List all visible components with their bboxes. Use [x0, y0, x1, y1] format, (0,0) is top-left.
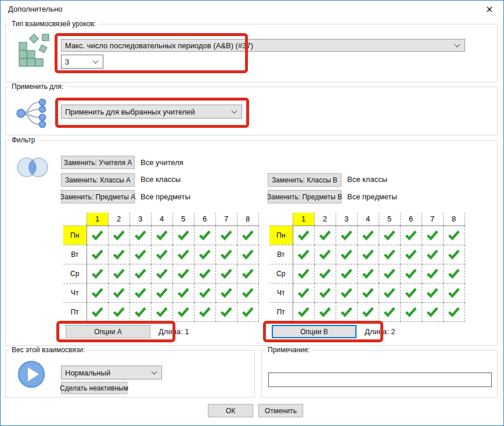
grid-col-header[interactable]: 8 [443, 213, 465, 225]
grid-col-header[interactable]: 6 [400, 213, 422, 225]
replace-classes-b-button[interactable]: Заменить: Классы B [268, 173, 341, 187]
grid-cell[interactable] [400, 225, 422, 245]
grid-cell[interactable] [215, 225, 237, 245]
grid-cell[interactable] [293, 302, 314, 321]
grid-cell[interactable] [422, 264, 443, 283]
grid-cell[interactable] [129, 283, 151, 302]
grid-cell[interactable] [293, 245, 314, 264]
grid-cell[interactable] [357, 245, 379, 264]
grid-cell[interactable] [400, 245, 422, 264]
grid-row-header[interactable]: Пт [63, 302, 87, 321]
grid-cell[interactable] [357, 302, 379, 321]
grid-cell[interactable] [194, 302, 215, 321]
grid-cell[interactable] [87, 302, 108, 321]
grid-cell[interactable] [443, 283, 465, 302]
grid-cell[interactable] [194, 264, 215, 283]
close-icon[interactable]: ✕ [483, 3, 496, 16]
grid-cell[interactable] [422, 302, 443, 321]
grid-cell[interactable] [151, 225, 172, 245]
grid-cell[interactable] [87, 225, 108, 245]
grid-cell[interactable] [336, 264, 357, 283]
grid-col-header[interactable]: 2 [314, 213, 336, 225]
grid-cell[interactable] [357, 264, 379, 283]
grid-row-header[interactable]: Пн [63, 225, 87, 245]
grid-col-header[interactable]: 1 [293, 213, 314, 225]
grid-cell[interactable] [151, 245, 172, 264]
grid-cell[interactable] [237, 302, 258, 321]
grid-row-header[interactable]: Ср [63, 264, 87, 283]
grid-cell[interactable] [237, 264, 258, 283]
grid-cell[interactable] [314, 225, 336, 245]
options-a-button[interactable]: Опции A [66, 325, 150, 338]
grid-row-header[interactable]: Чт [63, 283, 87, 302]
grid-cell[interactable] [422, 225, 443, 245]
grid-cell[interactable] [237, 225, 258, 245]
grid-col-header[interactable]: 3 [129, 213, 151, 225]
grid-row-header[interactable]: Чт [269, 283, 293, 302]
grid-cell[interactable] [422, 283, 443, 302]
grid-cell[interactable] [336, 245, 357, 264]
replace-teachers-a-button[interactable]: Заменить: Учителя A [61, 156, 135, 169]
weight-combobox[interactable]: Нормальный [61, 366, 162, 380]
note-input[interactable] [268, 373, 492, 387]
grid-cell[interactable] [237, 245, 258, 264]
replace-classes-a-button[interactable]: Заменить: Классы A [61, 173, 135, 187]
grid-cell[interactable] [172, 264, 194, 283]
grid-col-header[interactable]: 8 [237, 213, 258, 225]
grid-row-header[interactable]: Ср [269, 264, 293, 283]
grid-cell[interactable] [400, 302, 422, 321]
replace-subjects-b-button[interactable]: Заменить: Предметы B [268, 190, 341, 203]
grid-cell[interactable] [379, 245, 400, 264]
grid-cell[interactable] [215, 283, 237, 302]
grid-cell[interactable] [129, 245, 151, 264]
grid-cell[interactable] [314, 283, 336, 302]
grid-cell[interactable] [443, 264, 465, 283]
grid-row-header[interactable]: Пн [269, 225, 293, 245]
grid-cell[interactable] [400, 264, 422, 283]
grid-col-header[interactable]: 1 [87, 213, 108, 225]
grid-cell[interactable] [314, 245, 336, 264]
grid-cell[interactable] [129, 302, 151, 321]
grid-cell[interactable] [108, 283, 129, 302]
grid-cell[interactable] [151, 283, 172, 302]
grid-cell[interactable] [443, 302, 465, 321]
grid-cell[interactable] [215, 245, 237, 264]
grid-cell[interactable] [194, 245, 215, 264]
cancel-button[interactable]: Отменить [258, 404, 303, 417]
grid-cell[interactable] [443, 245, 465, 264]
make-inactive-button[interactable]: Сделать неактивным [61, 382, 127, 394]
grid-cell[interactable] [237, 283, 258, 302]
grid-cell[interactable] [400, 283, 422, 302]
grid-cell[interactable] [379, 302, 400, 321]
grid-cell[interactable] [172, 225, 194, 245]
grid-cell[interactable] [172, 302, 194, 321]
grid-cell[interactable] [443, 225, 465, 245]
grid-cell[interactable] [129, 264, 151, 283]
grid-cell[interactable] [151, 264, 172, 283]
grid-cell[interactable] [336, 283, 357, 302]
ok-button[interactable]: ОК [208, 404, 253, 417]
grid-cell[interactable] [357, 225, 379, 245]
grid-cell[interactable] [293, 264, 314, 283]
grid-cell[interactable] [87, 283, 108, 302]
grid-cell[interactable] [194, 225, 215, 245]
grid-cell[interactable] [293, 283, 314, 302]
grid-cell[interactable] [314, 302, 336, 321]
constraint-type-combobox[interactable]: Макс. число последовательных периодов (A… [61, 39, 465, 52]
grid-cell[interactable] [293, 225, 314, 245]
grid-row-header[interactable]: Вт [63, 245, 87, 264]
grid-cell[interactable] [172, 245, 194, 264]
grid-col-header[interactable]: 4 [151, 213, 172, 225]
grid-cell[interactable] [379, 264, 400, 283]
grid-cell[interactable] [172, 283, 194, 302]
grid-cell[interactable] [379, 283, 400, 302]
max-periods-combobox[interactable]: 3 [61, 55, 103, 69]
grid-cell[interactable] [336, 225, 357, 245]
grid-cell[interactable] [336, 302, 357, 321]
grid-col-header[interactable]: 6 [194, 213, 215, 225]
grid-cell[interactable] [87, 245, 108, 264]
grid-col-header[interactable]: 3 [336, 213, 357, 225]
grid-cell[interactable] [87, 264, 108, 283]
grid-col-header[interactable]: 2 [108, 213, 129, 225]
grid-cell[interactable] [314, 264, 336, 283]
